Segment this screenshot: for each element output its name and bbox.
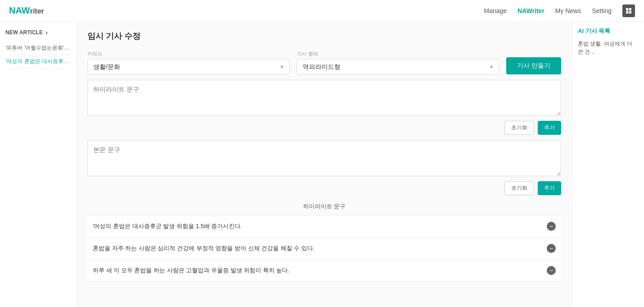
- body-textarea-actions: 초기화 추가: [87, 181, 561, 195]
- highlight-item-0: '여성의 혼밥은 대사증후군 발생 위험을 1.5배 증가시킨다. −: [87, 215, 561, 238]
- page-title: 임시 기사 수정: [87, 31, 561, 41]
- article-type-select-wrapper: 역피라미드형 피라미드형 서술형: [297, 59, 499, 74]
- highlight-textarea[interactable]: [87, 80, 561, 116]
- create-article-button[interactable]: 기사 만들기: [506, 57, 561, 74]
- body-textarea-section: 초기화 추가: [87, 140, 561, 195]
- article-type-label: 기사 형태: [297, 50, 499, 57]
- nav-nawriter[interactable]: NAWriter: [517, 7, 544, 14]
- highlight-item-text-0: '여성의 혼밥은 대사증후군 발생 위험을 1.5배 증가시킨다.: [93, 222, 242, 230]
- logo-riter: riter: [30, 7, 44, 15]
- logo-naw: NAW: [9, 5, 30, 15]
- ai-item-0[interactable]: 혼밥 생활, 여성에게 더 큰 건...: [578, 40, 639, 56]
- article-type-select[interactable]: 역피라미드형 피라미드형 서술형: [297, 59, 499, 74]
- highlight-item-text-2: 하루 세 끼 모두 혼밥을 하는 사람은 고혈압과 우울증 발생 위험이 특히 …: [93, 266, 290, 275]
- svg-rect-3: [629, 11, 631, 13]
- svg-rect-1: [629, 8, 631, 10]
- highlight-list: '여성의 혼밥은 대사증후군 발생 위험을 1.5배 증가시킨다. − 혼밥을 …: [87, 215, 561, 282]
- nav-setting[interactable]: Setting: [592, 7, 612, 14]
- nav-manage[interactable]: Manage: [484, 7, 507, 14]
- ai-sidebar-title: AI 기사 목록: [578, 27, 639, 35]
- new-article-arrow-icon: ›: [45, 29, 48, 36]
- keyword-select-wrapper: 생활/문화 정치 경제 사회 스포츠 연예: [87, 59, 290, 74]
- highlight-results-section: 하이라이트 문구 '여성의 혼밥은 대사증후군 발생 위험을 1.5배 증가시킨…: [87, 202, 561, 282]
- layout: NEW ARTICLE › '유튜버 '어쩔수없는윤화'가 논산 ... '여성…: [0, 22, 644, 307]
- highlight-section-title: 하이라이트 문구: [87, 202, 561, 211]
- header: NAWriter Manage NAWriter My News Setting: [0, 0, 644, 22]
- logo: NAWriter: [9, 5, 44, 16]
- body-textarea[interactable]: [87, 140, 561, 176]
- form-row: 키워드 생활/문화 정치 경제 사회 스포츠 연예 기사 형태 역피: [87, 50, 561, 74]
- keyword-group: 키워드 생활/문화 정치 경제 사회 스포츠 연예: [87, 50, 290, 74]
- highlight-item-2: 하루 세 끼 모두 혼밥을 하는 사람은 고혈압과 우울증 발생 위험이 특히 …: [87, 260, 561, 282]
- sidebar-item-1[interactable]: '여성의 혼밥은 대사증후군 발생 ...: [5, 55, 71, 69]
- body-reset-button[interactable]: 초기화: [504, 181, 534, 195]
- new-article-label: NEW ARTICLE: [5, 29, 43, 36]
- sidebar: NEW ARTICLE › '유튜버 '어쩔수없는윤화'가 논산 ... '여성…: [0, 22, 77, 307]
- highlight-remove-button-0[interactable]: −: [547, 222, 556, 231]
- nav-my-news[interactable]: My News: [555, 7, 581, 14]
- highlight-item-1: 혼밥을 자주 하는 사람은 심리적 건강에 부정적 영향을 받아 신체 건강을 …: [87, 238, 561, 260]
- nav: Manage NAWriter My News Setting: [484, 5, 635, 17]
- article-type-group: 기사 형태 역피라미드형 피라미드형 서술형: [297, 50, 499, 74]
- highlight-remove-button-1[interactable]: −: [547, 244, 556, 253]
- highlight-textarea-section: 초기화 추가: [87, 80, 561, 135]
- new-article-button[interactable]: NEW ARTICLE ›: [5, 29, 71, 36]
- highlight-item-text-1: 혼밥을 자주 하는 사람은 심리적 건강에 부정적 영향을 받아 신체 건강을 …: [93, 244, 315, 252]
- highlight-add-button[interactable]: 추가: [538, 121, 561, 135]
- body-add-button[interactable]: 추가: [538, 181, 561, 195]
- svg-rect-2: [626, 11, 628, 13]
- profile-icon[interactable]: [622, 5, 635, 17]
- highlight-textarea-actions: 초기화 추가: [87, 121, 561, 135]
- keyword-label: 키워드: [87, 50, 290, 57]
- keyword-select[interactable]: 생활/문화 정치 경제 사회 스포츠 연예: [87, 59, 290, 74]
- highlight-reset-button[interactable]: 초기화: [504, 121, 534, 135]
- sidebar-item-0[interactable]: '유튜버 '어쩔수없는윤화'가 논산 ...: [5, 41, 71, 55]
- main-content: 임시 기사 수정 키워드 생활/문화 정치 경제 사회 스포츠 연예 기사 형태: [77, 22, 572, 307]
- ai-sidebar: AI 기사 목록 혼밥 생활, 여성에게 더 큰 건...: [572, 22, 644, 307]
- svg-rect-0: [626, 8, 628, 10]
- highlight-remove-button-2[interactable]: −: [547, 266, 556, 275]
